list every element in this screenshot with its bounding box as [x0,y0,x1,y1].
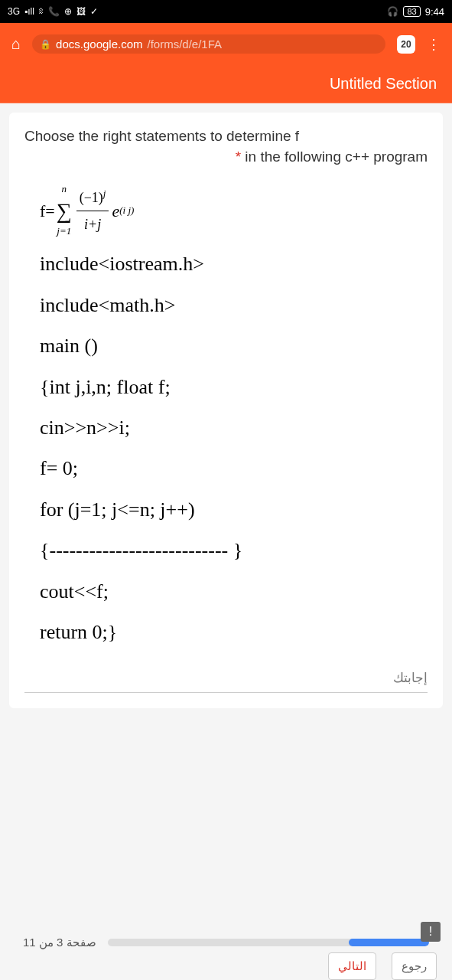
code-line: include<iostream.h> [40,245,428,283]
home-icon[interactable]: ⌂ [11,35,21,53]
required-star: * [236,149,241,165]
menu-icon[interactable]: ⋮ [427,36,441,53]
status-bar: 3G ▪ıll ⩯ 📞 ⊕ 🖼 ✓ 🎧 83 9:44 [0,0,452,23]
headphones-icon: 🎧 [387,6,398,17]
next-button[interactable]: التالي [328,952,376,980]
clock-time: 9:44 [425,6,444,18]
code-line: f= 0; [40,449,428,487]
code-line: {--------------------------- } [40,531,428,569]
formula: f= ∑ n j=1 (−1)j i+j e(i j) [40,185,428,237]
code-line: return 0;} [40,613,428,651]
info-icon[interactable]: ! [421,922,441,942]
code-line: for (j=1; j<=n; j++) [40,491,428,528]
plus-icon: ⊕ [64,6,72,17]
lock-icon: 🔒 [40,39,51,50]
progress-bar [108,939,429,946]
code-line: cout<<f; [40,573,428,610]
tab-count[interactable]: 20 [397,35,415,54]
code-block: f= ∑ n j=1 (−1)j i+j e(i j) include<iost… [24,185,428,651]
check-icon: ✓ [90,6,98,17]
browser-bar: ⌂ 🔒 docs.google.com/forms/d/e/1FA 20 ⋮ [0,23,452,65]
question-line-1: Choose the right statements to determine… [24,128,428,145]
code-line: {int j,i,n; float f; [40,368,428,406]
gallery-icon: 🖼 [76,6,86,17]
phone-icon: 📞 [48,6,60,17]
url-path: /forms/d/e/1FA [148,38,223,51]
section-title: Untitled Section [330,75,437,93]
back-button[interactable]: رجوع [392,952,437,980]
form-card: Choose the right statements to determine… [9,113,443,708]
section-header: Untitled Section [0,65,452,103]
wifi-icon: ⩯ [39,6,44,17]
code-line: main () [40,327,428,364]
answer-input[interactable]: إجابتك [24,670,428,693]
url-bar[interactable]: 🔒 docs.google.com/forms/d/e/1FA [32,34,385,54]
progress-fill [349,939,429,946]
footer-bar: صفحة 3 من 11 [0,936,452,949]
code-line: cin>>n>>i; [40,409,428,446]
question-line-2: * in the following c++ program [24,149,428,165]
battery-level: 83 [403,6,420,17]
network-icon: 3G [8,6,20,17]
page-indicator: صفحة 3 من 11 [23,936,96,949]
code-line: include<math.h> [40,286,428,324]
url-domain: docs.google.com [56,38,142,51]
signal-icon: ▪ıll [24,6,34,17]
